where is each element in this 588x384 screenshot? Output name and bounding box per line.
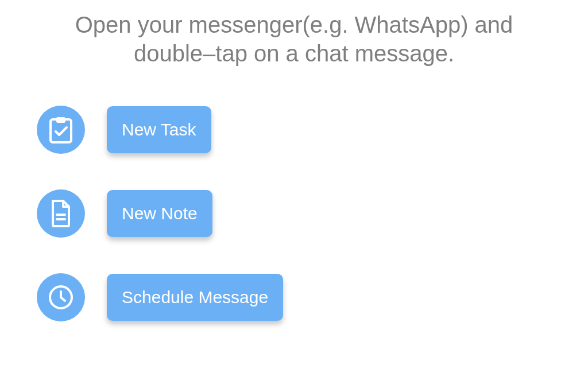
actions-list: New Task New Note Sche bbox=[0, 68, 588, 321]
new-note-icon-button[interactable] bbox=[37, 189, 85, 238]
action-row-new-task: New Task bbox=[37, 106, 588, 154]
new-task-button[interactable]: New Task bbox=[107, 106, 211, 153]
action-row-schedule-message: Schedule Message bbox=[37, 273, 588, 321]
new-task-icon-button[interactable] bbox=[37, 106, 85, 154]
new-note-button[interactable]: New Note bbox=[107, 190, 212, 237]
clock-icon bbox=[47, 284, 75, 311]
schedule-message-icon-button[interactable] bbox=[37, 273, 85, 321]
schedule-message-button[interactable]: Schedule Message bbox=[107, 274, 283, 321]
clipboard-check-icon bbox=[49, 116, 73, 143]
instruction-text: Open your messenger(e.g. WhatsApp) and d… bbox=[0, 0, 588, 68]
svg-rect-1 bbox=[56, 117, 65, 123]
action-row-new-note: New Note bbox=[37, 189, 588, 238]
document-icon bbox=[49, 200, 72, 227]
